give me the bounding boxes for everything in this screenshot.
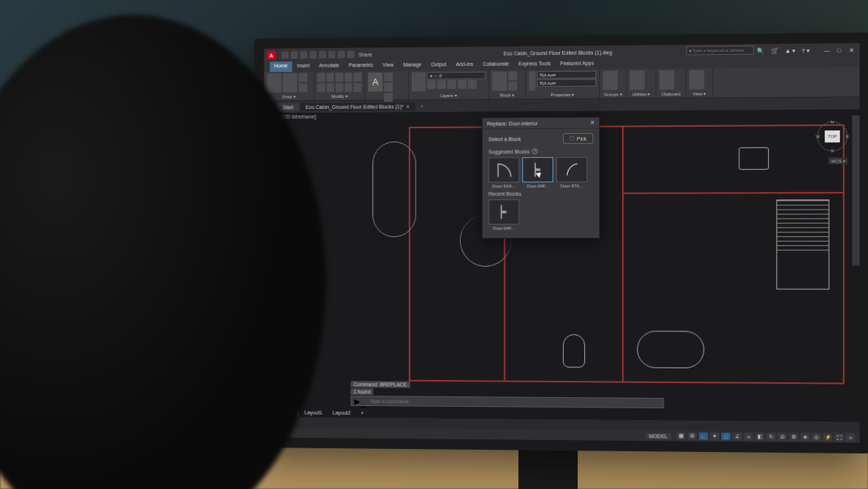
- panel-view: View ▾: [687, 68, 713, 98]
- panel-layers: ● — 0 Layers ▾: [409, 70, 490, 100]
- help-search[interactable]: ▸: [687, 46, 754, 56]
- tab-home[interactable]: Home: [270, 61, 292, 72]
- panel-block: Block ▾: [490, 70, 527, 99]
- panel-clipboard: Clipboard: [656, 69, 686, 99]
- new-tab-button[interactable]: +: [416, 102, 428, 110]
- status-bar: MODEL ▦ ⊞ ∟ ✦ □ ∠ ≡ ◧ ↻ ⚖ ⚙ 👁 ◎ ⚡ ⛶ ≡: [264, 428, 860, 443]
- lineweight-toggle[interactable]: ≡: [744, 433, 753, 440]
- maximize-button[interactable]: □: [834, 45, 844, 54]
- tab-express[interactable]: Express Tools: [514, 59, 555, 70]
- recent-block-1[interactable]: Door-64F...: [489, 199, 520, 230]
- hardware-accel[interactable]: ⚡: [824, 433, 832, 441]
- otrack-toggle[interactable]: ∠: [732, 433, 741, 440]
- isolate-toggle[interactable]: ◎: [812, 433, 821, 441]
- panel-annotation: A Annotation ▾: [365, 71, 409, 100]
- panel-title: Replace: Door-Interior: [487, 121, 538, 126]
- share-button[interactable]: Share: [358, 52, 372, 57]
- polyline-button[interactable]: [283, 73, 297, 93]
- recent-heading: Recent Blocks: [489, 191, 521, 196]
- replace-block-panel: Replace: Door-Interior ✕ Select a Block …: [482, 117, 600, 239]
- tab-manage[interactable]: Manage: [398, 61, 426, 71]
- panel-properties: ByLayerByLayer Properties ▾: [526, 70, 600, 99]
- suggested-heading: Suggested Blocks: [489, 149, 530, 154]
- command-prompt-icon: ▸_: [354, 394, 367, 408]
- monitor: A Share Eco Cabin_Ground Floor Edited Bl…: [254, 33, 868, 453]
- viewcube-top[interactable]: TOP: [825, 130, 840, 142]
- pick-icon: ⬚: [570, 136, 575, 142]
- color-combo[interactable]: ByLayer: [537, 71, 596, 79]
- suggested-block-1[interactable]: Door-3AA...: [489, 157, 520, 188]
- quick-access-toolbar[interactable]: [281, 51, 354, 59]
- viewcube[interactable]: TOP N S E W: [815, 120, 849, 153]
- visibility-toggle[interactable]: 👁: [801, 433, 809, 441]
- osnap-toggle[interactable]: □: [721, 433, 730, 440]
- nav-bar[interactable]: [852, 116, 859, 266]
- linetype-combo[interactable]: ByLayer: [537, 79, 596, 87]
- cart-icon[interactable]: 🛒: [771, 47, 778, 54]
- command-history-line: Command: BREPLACE: [350, 381, 410, 387]
- tab-featured[interactable]: Featured Apps: [555, 59, 598, 70]
- tab-insert[interactable]: Insert: [293, 61, 314, 72]
- app-window: A Share Eco Cabin_Ground Floor Edited Bl…: [264, 43, 860, 443]
- panel-close-button[interactable]: ✕: [590, 120, 595, 126]
- polar-toggle[interactable]: ✦: [710, 433, 719, 440]
- tab-output[interactable]: Output: [427, 60, 451, 70]
- close-button[interactable]: ✕: [846, 45, 856, 54]
- customize-status[interactable]: ≡: [846, 433, 855, 441]
- command-input[interactable]: [370, 399, 661, 406]
- user-icon[interactable]: ▲ ▾: [785, 47, 795, 54]
- info-icon[interactable]: ?: [532, 148, 538, 154]
- wcs-label[interactable]: WCS ▾: [829, 157, 847, 164]
- status-model[interactable]: MODEL: [645, 433, 671, 439]
- clean-screen[interactable]: ⛶: [835, 433, 844, 441]
- text-button[interactable]: A: [368, 73, 383, 92]
- cursor-icon: [533, 171, 541, 179]
- tab-collaborate[interactable]: Collaborate: [478, 60, 513, 70]
- app-icon[interactable]: A: [267, 51, 276, 60]
- panel-modify: Modify ▾: [315, 71, 365, 100]
- tab-current-file[interactable]: Eco Cabin_Ground Floor Edited Blocks (1)…: [300, 102, 415, 111]
- snap-toggle[interactable]: ⊞: [688, 433, 697, 440]
- layout-2[interactable]: Layout2: [327, 408, 355, 416]
- search-icon[interactable]: 🔍: [757, 47, 764, 54]
- layout-1[interactable]: Layout1: [299, 408, 327, 416]
- pick-button[interactable]: ⬚ Pick: [563, 133, 593, 144]
- command-line-area: Command: BREPLACE 1 found ▸_: [350, 381, 664, 408]
- search-input[interactable]: [692, 48, 751, 53]
- tab-annotate[interactable]: Annotate: [315, 61, 344, 72]
- layout-add[interactable]: +: [355, 408, 369, 416]
- layer-combo[interactable]: ● — 0: [427, 72, 486, 80]
- transparency-toggle[interactable]: ◧: [755, 433, 764, 440]
- drawing-area[interactable]: [-][Top][2D Wireframe]: [264, 109, 860, 422]
- tab-addins[interactable]: Add-ins: [452, 60, 478, 70]
- ortho-toggle[interactable]: ∟: [699, 433, 708, 440]
- close-tab-icon[interactable]: ×: [407, 104, 410, 109]
- ribbon: Draw ▾ Modify ▾ A Annotation ▾ ● — 0 Lay…: [264, 67, 860, 102]
- suggested-block-3[interactable]: Door-57A...: [556, 157, 587, 188]
- workspace-button[interactable]: ⚙: [789, 433, 798, 441]
- annotation-scale[interactable]: ⚖: [778, 433, 787, 441]
- command-line[interactable]: ▸_: [350, 396, 664, 408]
- line-button[interactable]: [267, 73, 281, 93]
- select-block-label: Select a Block: [489, 136, 521, 142]
- panel-groups: Groups ▾: [600, 69, 627, 98]
- suggested-block-2[interactable]: Door-64F...: [522, 157, 553, 188]
- help-icon[interactable]: ? ▾: [801, 47, 809, 53]
- window-title: Eco Cabin_Ground Floor Edited Blocks (1)…: [504, 50, 612, 56]
- panel-utilities: Utilities ▾: [627, 69, 656, 98]
- minimize-button[interactable]: —: [822, 46, 832, 55]
- tab-view[interactable]: View: [378, 61, 398, 71]
- tab-parametric[interactable]: Parametric: [344, 61, 378, 71]
- cycling-toggle[interactable]: ↻: [767, 433, 775, 441]
- grid-toggle[interactable]: ▦: [677, 432, 686, 439]
